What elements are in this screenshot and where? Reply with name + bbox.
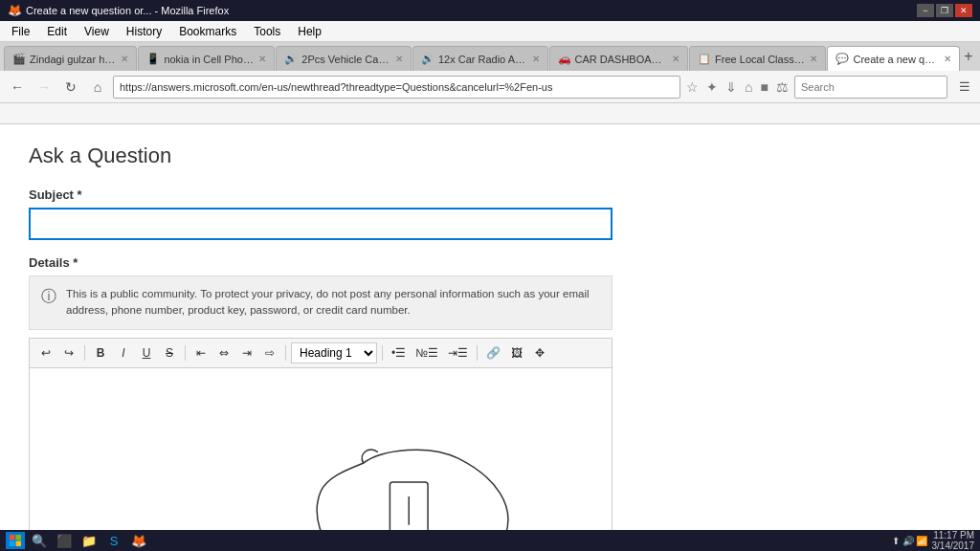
subject-label: Subject * [29, 187, 951, 202]
menu-edit[interactable]: Edit [39, 23, 75, 40]
forward-button[interactable]: → [33, 76, 56, 99]
tab-label-2: 2Pcs Vehicle Car Stereo R... [301, 54, 391, 65]
svg-rect-5 [16, 541, 22, 547]
start-button[interactable] [6, 532, 25, 549]
ol-button[interactable]: №☰ [412, 342, 442, 364]
close-button[interactable]: ✕ [955, 4, 972, 17]
toolbar-separator-2 [185, 345, 186, 361]
toolbar-separator-1 [84, 345, 85, 361]
table-button[interactable]: ✥ [529, 342, 550, 364]
wr-icon[interactable]: ⚖ [776, 79, 789, 95]
url-input[interactable] [113, 76, 680, 99]
tab-2[interactable]: 🔊 2Pcs Vehicle Car Stereo R... ✕ [276, 46, 412, 71]
skype-button[interactable]: S [103, 532, 124, 549]
image-button[interactable]: 🖼 [506, 342, 527, 364]
subject-group: Subject * [29, 187, 951, 240]
bookmark-star-icon[interactable]: ☆ [686, 79, 699, 95]
indent-button[interactable]: ⇥☰ [444, 342, 472, 364]
tab-favicon-3: 🔊 [421, 53, 434, 66]
minimize-button[interactable]: − [917, 4, 934, 17]
tab-6[interactable]: 💬 Create a new question or ... ✕ [827, 46, 959, 71]
menu-tools[interactable]: Tools [246, 23, 288, 40]
strikethrough-button[interactable]: S [159, 342, 180, 364]
page-title: Ask a Question [29, 143, 951, 168]
taskbar-right: ⬆ 🔊 📶 11:17 PM 3/14/2017 [892, 530, 974, 551]
address-bar: ← → ↻ ⌂ ☆ ✦ ⇓ ⌂ ■ ⚖ ☰ [0, 71, 980, 103]
editor-toolbar: ↩ ↪ B I U S ⇤ ⇔ ⇥ ⇨ Heading 1 Heading 2 … [29, 338, 612, 367]
privacy-text: This is a public community. To protect y… [66, 286, 600, 320]
home-icon2[interactable]: ⌂ [745, 79, 752, 95]
tab-favicon-4: 🚗 [558, 53, 571, 66]
home-button[interactable]: ⌂ [86, 76, 109, 99]
tab-3[interactable]: 🔊 12x Car Radio Audio Stere... ✕ [412, 46, 548, 71]
file-explorer-button[interactable]: 📁 [78, 532, 100, 549]
title-bar-controls: − ❐ ✕ [917, 4, 972, 17]
underline-button[interactable]: U [136, 342, 157, 364]
details-label: Details * [29, 255, 951, 270]
shield-icon[interactable]: ■ [761, 79, 768, 95]
taskbar-date-display: 3/14/2017 [932, 540, 975, 551]
back-button[interactable]: ← [6, 76, 29, 99]
tab-label-3: 12x Car Radio Audio Stere... [438, 54, 528, 65]
taskbar-clock: 11:17 PM 3/14/2017 [932, 530, 975, 551]
menu-file[interactable]: File [4, 23, 37, 40]
subject-input[interactable] [29, 208, 612, 240]
privacy-notice: ⓘ This is a public community. To protect… [29, 276, 612, 330]
window-title: Create a new question or... - Mozilla Fi… [26, 5, 229, 16]
italic-button[interactable]: I [113, 342, 134, 364]
editor-area[interactable] [29, 367, 612, 552]
tab-bar: 🎬 Zindagi gulzar hai Last Ep... ✕ 📱 noki… [0, 42, 980, 71]
tab-close-6[interactable]: ✕ [944, 54, 951, 64]
redo-button[interactable]: ↪ [58, 342, 79, 364]
tab-favicon-1: 📱 [146, 53, 160, 66]
search-taskbar-button[interactable]: 🔍 [29, 532, 50, 549]
firefox-taskbar-button[interactable]: 🦊 [128, 532, 149, 549]
tab-1[interactable]: 📱 nokia in Cell Phones and S... ✕ [138, 46, 275, 71]
menu-bar: File Edit View History Bookmarks Tools H… [0, 21, 980, 42]
menu-bookmarks[interactable]: Bookmarks [171, 23, 244, 40]
heading-select[interactable]: Heading 1 Heading 2 Heading 3 Normal [291, 342, 377, 364]
tab-4[interactable]: 🚗 CAR DASHBOARD STERE... ✕ [549, 46, 689, 71]
toolbar-separator-3 [285, 345, 286, 361]
search-input[interactable] [794, 76, 947, 99]
tab-0[interactable]: 🎬 Zindagi gulzar hai Last Ep... ✕ [4, 46, 137, 71]
toolbar-icons: ☰ [955, 77, 974, 97]
align-left-button[interactable]: ⇤ [190, 342, 212, 364]
tab-favicon-5: 📋 [698, 53, 711, 66]
justify-button[interactable]: ⇨ [259, 342, 280, 364]
taskbar-left: 🔍 ⬛ 📁 S 🦊 [6, 532, 149, 549]
sketch-drawing [30, 368, 612, 552]
tab-label-0: Zindagi gulzar hai Last Ep... [30, 54, 117, 65]
tab-close-4[interactable]: ✕ [672, 54, 679, 64]
overflow-menu-icon[interactable]: ☰ [955, 77, 974, 97]
title-bar: 🦊 Create a new question or... - Mozilla … [0, 0, 980, 21]
menu-view[interactable]: View [77, 23, 117, 40]
tab-close-5[interactable]: ✕ [810, 54, 817, 64]
ul-button[interactable]: •☰ [388, 342, 410, 364]
pocket-icon[interactable]: ✦ [706, 79, 718, 95]
tab-5[interactable]: 📋 Free Local Classifieds Ads ... ✕ [689, 46, 826, 71]
reload-button[interactable]: ↻ [59, 76, 82, 99]
bold-button[interactable]: B [90, 342, 111, 364]
info-icon: ⓘ [41, 287, 56, 307]
download-icon[interactable]: ⇓ [725, 79, 737, 95]
new-tab-button[interactable]: + [961, 46, 976, 67]
undo-button[interactable]: ↩ [35, 342, 56, 364]
tab-close-3[interactable]: ✕ [532, 54, 540, 64]
page-content: Ask a Question Subject * Details * ⓘ Thi… [0, 124, 980, 551]
tab-label-6: Create a new question or ... [853, 54, 939, 65]
menu-history[interactable]: History [119, 23, 169, 40]
tab-close-2[interactable]: ✕ [395, 54, 403, 64]
link-button[interactable]: 🔗 [482, 342, 504, 364]
task-view-button[interactable]: ⬛ [54, 532, 75, 549]
tab-close-0[interactable]: ✕ [121, 54, 128, 64]
tab-favicon-2: 🔊 [284, 53, 298, 66]
svg-rect-3 [16, 535, 22, 540]
align-center-button[interactable]: ⇔ [213, 342, 234, 364]
restore-button[interactable]: ❐ [936, 4, 953, 17]
menu-help[interactable]: Help [290, 23, 329, 40]
align-right-button[interactable]: ⇥ [236, 342, 257, 364]
svg-rect-4 [10, 541, 15, 547]
tab-close-1[interactable]: ✕ [258, 54, 266, 64]
taskbar-time-display: 11:17 PM [932, 530, 975, 540]
